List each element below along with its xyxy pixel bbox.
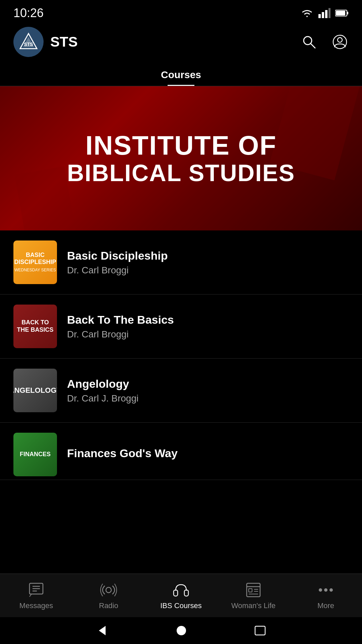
nav-label-womans-life: Woman's Life: [231, 601, 276, 610]
headphones-icon: [172, 581, 190, 599]
svg-rect-19: [174, 590, 178, 596]
nav-label-ibs-courses: IBS Courses: [160, 601, 202, 610]
svg-rect-32: [255, 626, 265, 635]
brand-name: STS: [50, 34, 78, 50]
back-icon: [96, 625, 108, 637]
svg-point-18: [106, 587, 111, 593]
app-logo[interactable]: STS: [13, 27, 44, 57]
course-thumb-finances: FINANCES: [13, 433, 57, 476]
profile-button[interactable]: [331, 33, 349, 51]
banner-line2: BIBLICAL STUDIES: [67, 160, 295, 186]
nav-item-messages[interactable]: Messages: [0, 578, 72, 613]
back-button[interactable]: [96, 625, 108, 637]
svg-point-28: [324, 589, 327, 591]
bottom-nav: Messages Radio IBS Courses Wom: [0, 574, 362, 617]
home-button[interactable]: [175, 625, 187, 637]
svg-line-11: [311, 44, 315, 48]
course-author-2: Dr. Carl Broggi: [67, 329, 349, 340]
nav-label-radio: Radio: [99, 601, 118, 610]
profile-icon: [332, 34, 348, 50]
svg-point-13: [338, 38, 342, 42]
course-title-4: Finances God's Way: [67, 447, 349, 460]
svg-rect-20: [184, 590, 188, 596]
header-right: [300, 33, 349, 51]
svg-rect-6: [336, 11, 345, 15]
nav-item-radio[interactable]: Radio: [72, 578, 145, 613]
recents-button[interactable]: [254, 626, 266, 636]
banner-line1: INSTITUTE OF: [67, 131, 295, 160]
battery-icon: [335, 9, 349, 17]
thumb-text-angelology: Angelology: [13, 383, 57, 397]
svg-point-29: [330, 589, 333, 591]
home-icon: [175, 625, 187, 637]
svg-rect-3: [328, 8, 330, 18]
institute-banner: INSTITUTE OF BIBLICAL STUDIES: [0, 86, 362, 230]
svg-rect-2: [325, 10, 327, 18]
svg-rect-1: [322, 12, 324, 18]
womans-life-icon: [245, 581, 262, 599]
course-item-finances[interactable]: FINANCES Finances God's Way: [0, 423, 362, 480]
course-info-angelology: Angelology Dr. Carl J. Broggi: [67, 377, 349, 404]
svg-point-27: [319, 589, 322, 591]
thumb-text-basic-discipleship: BASICDISCIPLESHIPWEDNESDAY SERIES: [13, 249, 57, 276]
logo-icon: STS: [18, 32, 39, 52]
header-left: STS STS: [13, 27, 78, 57]
search-icon: [301, 34, 317, 50]
course-info-back-to-basics: Back To The Basics Dr. Carl Broggi: [67, 313, 349, 340]
status-time: 10:26: [13, 6, 44, 20]
course-thumb-back-to-basics: BACK TOTHE BASICS: [13, 305, 57, 348]
nav-label-more: More: [317, 601, 334, 610]
course-author-1: Dr. Carl Broggi: [67, 265, 349, 276]
course-info-basic-discipleship: Basic Discipleship Dr. Carl Broggi: [67, 249, 349, 276]
system-nav: [0, 617, 362, 644]
more-icon: [317, 581, 335, 599]
course-title-1: Basic Discipleship: [67, 249, 349, 262]
svg-text:STS: STS: [24, 42, 33, 47]
course-item-basic-discipleship[interactable]: BASICDISCIPLESHIPWEDNESDAY SERIES Basic …: [0, 230, 362, 294]
tab-courses[interactable]: Courses: [141, 64, 221, 86]
radio-icon: [100, 581, 117, 599]
banner-text: INSTITUTE OF BIBLICAL STUDIES: [67, 131, 295, 186]
course-title-2: Back To The Basics: [67, 313, 349, 326]
course-item-angelology[interactable]: Angelology Angelology Dr. Carl J. Broggi: [0, 359, 362, 423]
course-info-finances: Finances God's Way: [67, 447, 349, 463]
top-tab-bar: Courses: [0, 60, 362, 86]
messages-icon: [27, 581, 45, 599]
course-author-3: Dr. Carl J. Broggi: [67, 393, 349, 404]
thumb-text-back-to-basics: BACK TOTHE BASICS: [14, 316, 56, 336]
nav-item-womans-life[interactable]: Woman's Life: [217, 578, 290, 613]
course-title-3: Angelology: [67, 377, 349, 390]
recents-icon: [254, 626, 266, 636]
course-list: BASICDISCIPLESHIPWEDNESDAY SERIES Basic …: [0, 230, 362, 480]
svg-marker-30: [99, 626, 106, 635]
nav-item-more[interactable]: More: [290, 578, 362, 613]
nav-label-messages: Messages: [19, 601, 53, 610]
svg-point-31: [177, 626, 186, 635]
nav-item-ibs-courses[interactable]: IBS Courses: [145, 578, 217, 613]
wifi-icon: [300, 8, 314, 18]
course-thumb-basic-discipleship: BASICDISCIPLESHIPWEDNESDAY SERIES: [13, 240, 57, 284]
svg-rect-5: [347, 12, 348, 14]
svg-rect-23: [249, 589, 252, 592]
course-thumb-angelology: Angelology: [13, 369, 57, 412]
thumb-text-finances: FINANCES: [17, 448, 53, 461]
signal-icon: [318, 8, 330, 18]
course-item-back-to-basics[interactable]: BACK TOTHE BASICS Back To The Basics Dr.…: [0, 294, 362, 359]
svg-rect-0: [318, 14, 321, 18]
search-button[interactable]: [300, 33, 318, 51]
status-icons: [300, 8, 349, 18]
app-header: STS STS: [0, 23, 362, 60]
status-bar: 10:26: [0, 0, 362, 23]
